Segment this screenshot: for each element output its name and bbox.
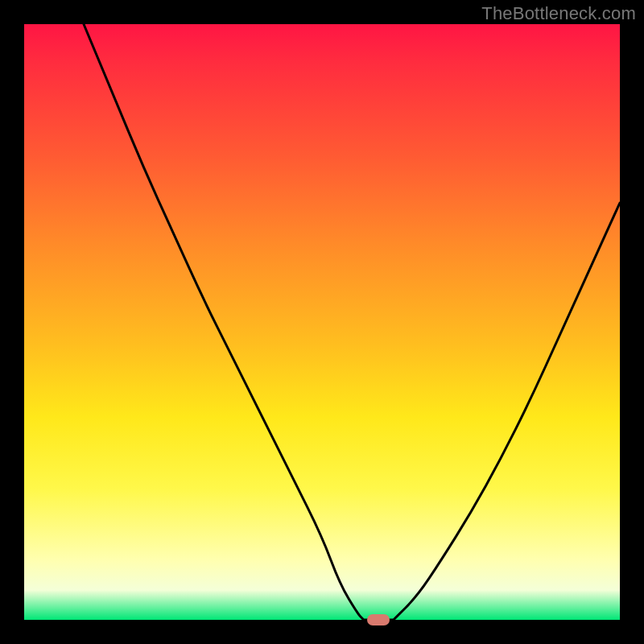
optimum-marker	[367, 614, 390, 625]
plot-area	[24, 24, 620, 620]
curve-svg	[24, 24, 620, 620]
chart-frame: TheBottleneck.com	[0, 0, 644, 644]
bottleneck-curve	[84, 24, 620, 620]
watermark-text: TheBottleneck.com	[481, 3, 636, 24]
